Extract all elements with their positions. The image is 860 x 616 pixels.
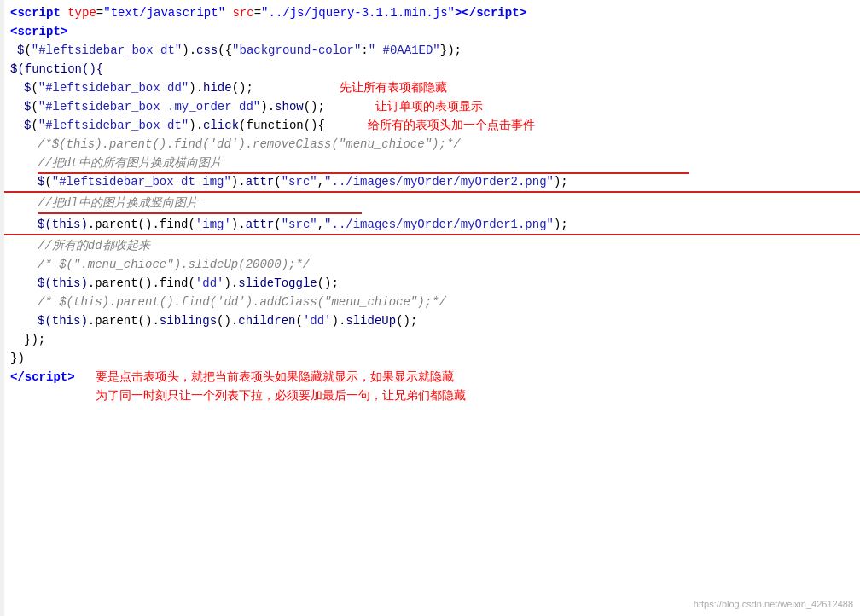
code-line-14: /* $(".menu_chioce").slideUp(20000);*/: [0, 255, 860, 274]
code-line-8: /*$(this).parent().find('dd').removeClas…: [0, 135, 860, 154]
code-line-19: }): [0, 349, 860, 368]
gutter-bar: [0, 0, 4, 616]
code-line-1: <script type="text/javascript" src="../j…: [0, 3, 860, 22]
code-line-13: //所有的dd都收起来: [0, 236, 860, 255]
code-line-18: });: [0, 330, 860, 349]
code-line-15: $(this).parent().find('dd').slideToggle(…: [0, 274, 860, 293]
code-line-12: $(this).parent().find('img').attr("src",…: [0, 215, 860, 235]
code-line-20: </script> 要是点击表项头，就把当前表项头如果隐藏就显示，如果显示就隐藏…: [0, 368, 860, 405]
code-line-2: <script>: [0, 22, 860, 41]
code-line-17: $(this).parent().siblings().children('dd…: [0, 311, 860, 330]
code-container: <script type="text/javascript" src="../j…: [0, 0, 860, 616]
code-line-9: //把dt中的所有图片换成横向图片: [0, 154, 860, 172]
code-line-4: $(function(){: [0, 60, 860, 78]
code-line-11: //把dl中的图片换成竖向图片: [0, 194, 860, 212]
code-line-7: $("#leftsidebar_box dt").click(function(…: [0, 116, 860, 135]
watermark: https://blog.csdn.net/weixin_42612488: [694, 599, 853, 609]
code-line-16: /* $(this).parent().find('dd').addClass(…: [0, 293, 860, 311]
code-line-3: $("#leftsidebar_box dt").css({"backgroun…: [0, 41, 860, 60]
code-line-10: $("#leftsidebar_box dt img").attr("src",…: [0, 172, 860, 193]
code-line-5: $("#leftsidebar_box dd").hide(); 先让所有表项都…: [0, 78, 860, 97]
code-line-6: $("#leftsidebar_box .my_order dd").show(…: [0, 97, 860, 116]
